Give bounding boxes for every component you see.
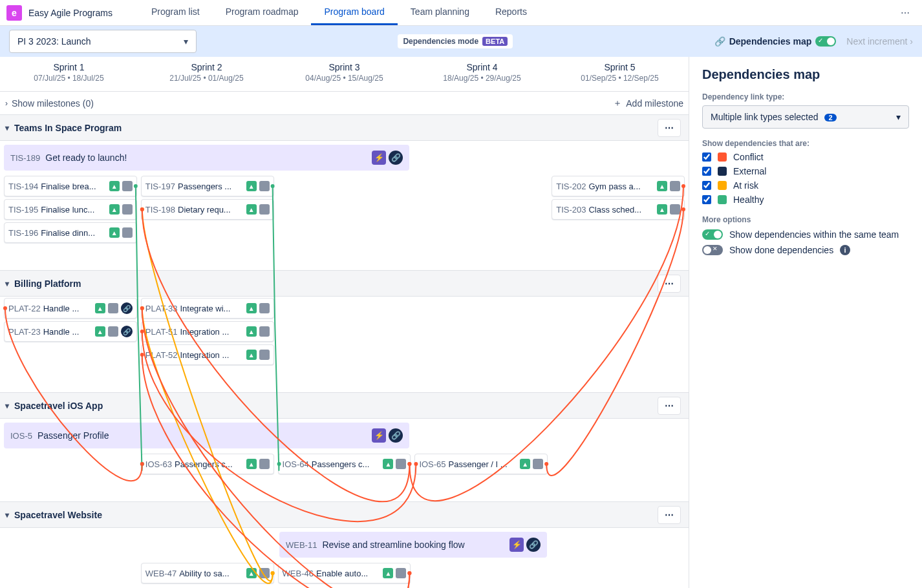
story-icon: ▲ [109, 204, 120, 215]
link-icon: 🔗 [714, 36, 725, 47]
nav-tab-reports[interactable]: Reports [482, 0, 540, 25]
swimlane-header[interactable]: ▾Teams In Space Program⋯ [0, 115, 689, 141]
story-icon: ▲ [95, 326, 105, 337]
opt-done-row: ✕ Show done dependencies i [702, 245, 909, 255]
filter-checkbox[interactable] [702, 152, 711, 162]
lanes-container: ▾Teams In Space Program⋯TIS-189Get ready… [0, 115, 689, 588]
plus-icon: ＋ [613, 98, 622, 109]
issue-title: Integration ... [180, 327, 243, 337]
dependencies-sidebar: Dependencies map Dependency link type: M… [689, 57, 922, 588]
milestones-row: › Show milestones (0) ＋ Add milestone [0, 92, 689, 115]
issue-card[interactable]: PLAT-23 Handle ...▲🔗 [4, 321, 137, 342]
issue-card[interactable]: IOS-65 Passenger / I ...▲ [414, 454, 548, 474]
issue-card[interactable]: TIS-196 Finalise dinn...▲ [4, 222, 137, 243]
issue-card[interactable]: TIS-202 Gym pass a...▲ [552, 176, 685, 196]
avatar-placeholder [396, 568, 406, 578]
avatar-placeholder [259, 568, 270, 578]
filter-at-risk: At risk [702, 180, 909, 191]
issue-card[interactable]: PLAT-33 Integrate wi...▲ [141, 298, 274, 319]
link-type-label: Dependency link type: [702, 92, 909, 101]
issue-card[interactable]: TIS-194 Finalise brea...▲ [4, 176, 137, 196]
dependencies-map-toggle-group: 🔗 Dependencies map ✓ [714, 36, 837, 47]
issue-card[interactable]: TIS-197 Passengers ...▲ [141, 176, 274, 196]
issue-card[interactable]: PLAT-51 Integration ...▲ [141, 321, 274, 342]
avatar-placeholder [396, 459, 406, 469]
link-icon[interactable]: 🔗 [389, 151, 403, 165]
issue-title: Passengers c... [312, 459, 381, 469]
filter-checkbox[interactable] [702, 195, 711, 204]
issue-card[interactable]: PLAT-52 Integration ...▲ [141, 344, 274, 365]
issue-card[interactable]: WEB-46 Enable auto...▲ [278, 563, 411, 583]
card-row: TIS-194 Finalise brea...▲TIS-197 Passeng… [0, 174, 689, 198]
story-icon: ▲ [109, 227, 120, 238]
link-icon[interactable]: 🔗 [121, 302, 133, 314]
issue-title: Dietary requ... [178, 205, 244, 215]
story-icon: ▲ [95, 303, 105, 313]
filter-checkbox[interactable] [702, 181, 711, 190]
issue-title: Class sched... [588, 205, 654, 215]
issue-key: TIS-202 [556, 182, 586, 191]
nav-tab-program-board[interactable]: Program board [311, 0, 397, 25]
link-type-selector[interactable]: Multiple link types selected 2 ▾ [702, 105, 909, 129]
swimlane-more-button[interactable]: ⋯ [658, 397, 681, 415]
story-icon: ▲ [246, 350, 257, 360]
filter-checkbox[interactable] [702, 167, 711, 176]
color-swatch [718, 195, 727, 204]
pi-selector[interactable]: PI 3 2023: Launch ▾ [9, 30, 197, 53]
story-icon: ▲ [657, 181, 667, 191]
avatar-placeholder [122, 204, 133, 215]
link-icon[interactable]: 🔗 [389, 428, 403, 443]
swimlane-more-button[interactable]: ⋯ [658, 275, 681, 293]
swimlane-more-button[interactable]: ⋯ [658, 119, 681, 137]
opt-same-team-toggle[interactable]: ✓ [702, 229, 723, 240]
issue-title: Finalise dinn... [41, 228, 107, 238]
link-icon[interactable]: 🔗 [526, 538, 541, 552]
header-more-button[interactable]: ⋯ [895, 3, 916, 23]
swimlane-header[interactable]: ▾Billing Platform⋯ [0, 271, 689, 297]
issue-card[interactable]: TIS-198 Dietary requ...▲ [141, 199, 274, 220]
nav-tab-program-list[interactable]: Program list [138, 0, 213, 25]
story-icon: ▲ [246, 181, 257, 191]
issue-title: Passengers c... [175, 459, 244, 469]
nav-tab-team-planning[interactable]: Team planning [398, 0, 482, 25]
issue-title: Integrate wi... [180, 304, 243, 313]
issue-card[interactable]: TIS-203 Class sched...▲ [552, 199, 685, 220]
story-icon: ▲ [246, 326, 257, 337]
card-row: PLAT-23 Handle ...▲🔗PLAT-51 Integration … [0, 320, 689, 343]
swimlane-body: IOS-5Passenger Profile⚡🔗IOS-63 Passenger… [0, 423, 689, 502]
board-area: Sprint 107/Jul/25 • 18/Jul/25Sprint 221/… [0, 57, 689, 588]
issue-card[interactable]: TIS-195 Finalise lunc...▲ [4, 199, 137, 220]
issue-key: TIS-198 [145, 205, 175, 215]
filter-conflict: Conflict [702, 152, 909, 162]
link-icon[interactable]: 🔗 [121, 326, 133, 337]
color-swatch [718, 167, 727, 176]
issue-card[interactable]: PLAT-22 Handle ...▲🔗 [4, 298, 137, 319]
sprint-column-header: Sprint 221/Jul/25 • 01/Aug/25 [138, 57, 275, 91]
nav-tab-program-roadmap[interactable]: Program roadmap [213, 0, 312, 25]
issue-key: TIS-194 [8, 182, 38, 191]
swimlane-header[interactable]: ▾Spacetravel Website⋯ [0, 502, 689, 528]
opt-same-team-row: ✓ Show dependencies within the same team [702, 229, 909, 240]
opt-done-toggle[interactable]: ✕ [702, 245, 723, 255]
swimlane-header[interactable]: ▾Spacetravel iOS App⋯ [0, 393, 689, 419]
avatar-placeholder [108, 326, 118, 337]
beta-badge: BETA [482, 37, 508, 46]
issue-card[interactable]: WEB-47 Ability to sa...▲ [141, 563, 274, 583]
card-row: IOS-63 Passengers c...▲IOS-64 Passengers… [0, 452, 689, 476]
feature-bar[interactable]: TIS-189Get ready to launch!⚡🔗 [4, 145, 409, 171]
show-milestones-button[interactable]: › Show milestones (0) [5, 98, 94, 109]
swimlane-more-button[interactable]: ⋯ [658, 506, 681, 524]
issue-card[interactable]: IOS-63 Passengers c...▲ [141, 454, 274, 474]
info-icon[interactable]: i [840, 245, 850, 255]
card-row: WEB-47 Ability to sa...▲WEB-46 Enable au… [0, 562, 689, 585]
sprint-column-header: Sprint 501/Sep/25 • 12/Sep/25 [551, 57, 689, 91]
feature-key: TIS-189 [10, 153, 40, 163]
more-options-label: More options [702, 215, 909, 224]
chevron-down-icon: ▾ [5, 401, 9, 410]
issue-key: PLAT-52 [145, 350, 178, 360]
feature-bar[interactable]: IOS-5Passenger Profile⚡🔗 [4, 423, 409, 448]
feature-bar[interactable]: WEB-11Revise and streamline booking flow… [279, 532, 547, 558]
add-milestone-button[interactable]: ＋ Add milestone [613, 98, 683, 109]
issue-card[interactable]: IOS-64 Passengers c...▲ [278, 454, 411, 474]
dependencies-map-toggle[interactable]: ✓ [815, 36, 836, 47]
